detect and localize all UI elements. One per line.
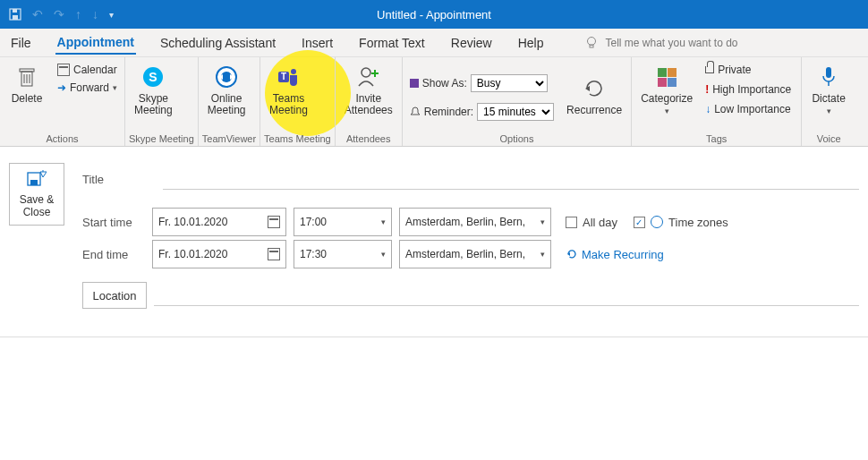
tab-format-text[interactable]: Format Text bbox=[357, 32, 427, 54]
group-voice: Dictate▾ Voice bbox=[802, 57, 855, 146]
delete-button[interactable]: Delete bbox=[4, 59, 50, 108]
globe-icon bbox=[651, 216, 663, 228]
forward-button[interactable]: ➜ Forward ▾ bbox=[55, 81, 119, 95]
show-as-label: Show As: bbox=[422, 77, 467, 89]
qat-customize-icon[interactable]: ▾ bbox=[109, 10, 114, 20]
group-label-teamviewer: TeamViewer bbox=[202, 132, 256, 146]
title-input[interactable] bbox=[163, 168, 859, 190]
make-recurring-button[interactable]: Make Recurring bbox=[566, 248, 664, 261]
tab-help[interactable]: Help bbox=[516, 32, 546, 54]
teams-label: Teams Meeting bbox=[269, 93, 308, 116]
save-close-label: Save & Close bbox=[20, 193, 55, 218]
invite-attendees-button[interactable]: Invite Attendees bbox=[339, 59, 398, 120]
undo-icon[interactable]: ↶ bbox=[32, 7, 43, 21]
microphone-icon bbox=[820, 63, 838, 91]
categorize-label: Categorize bbox=[641, 92, 693, 105]
group-options: Show As: Busy Reminder: 15 minutes bbox=[403, 57, 632, 146]
window-title: Untitled - Appointment bbox=[0, 8, 868, 21]
svg-rect-4 bbox=[590, 45, 593, 47]
tab-insert[interactable]: Insert bbox=[300, 32, 335, 54]
recurrence-label: Recurrence bbox=[566, 105, 622, 116]
group-skype-meeting: S Skype Meeting Skype Meeting bbox=[125, 57, 199, 146]
next-item-icon[interactable]: ↓ bbox=[92, 7, 98, 21]
tab-appointment[interactable]: Appointment bbox=[55, 31, 136, 55]
recurrence-small-icon bbox=[566, 248, 578, 260]
tell-me-search[interactable]: Tell me what you want to do bbox=[585, 36, 737, 50]
teams-icon: T bbox=[276, 63, 301, 91]
all-day-checkbox[interactable] bbox=[566, 217, 577, 228]
svg-text:T: T bbox=[281, 72, 286, 81]
start-timezone-picker[interactable]: Amsterdam, Berlin, Bern, ▾ bbox=[399, 208, 551, 236]
group-teams-meeting: T Teams Meeting Teams Meeting bbox=[260, 57, 336, 146]
recurrence-button[interactable]: Recurrence bbox=[561, 71, 627, 120]
tell-me-placeholder: Tell me what you want to do bbox=[605, 37, 737, 49]
tab-review[interactable]: Review bbox=[449, 32, 494, 54]
recurrence-icon bbox=[583, 74, 606, 103]
svg-rect-23 bbox=[826, 67, 831, 78]
end-timezone-picker[interactable]: Amsterdam, Berlin, Bern, ▾ bbox=[399, 240, 551, 268]
show-as-swatch-icon bbox=[410, 79, 419, 88]
private-button[interactable]: Private bbox=[703, 63, 793, 77]
forward-label: Forward bbox=[70, 81, 109, 94]
make-recurring-label: Make Recurring bbox=[582, 248, 664, 261]
appointment-form: Save & Close Title Start time Fr. 10.01.… bbox=[0, 147, 868, 328]
chevron-down-icon: ▾ bbox=[113, 83, 117, 92]
online-meeting-button[interactable]: Online Meeting bbox=[202, 59, 251, 120]
reminder-label: Reminder: bbox=[424, 106, 473, 118]
tab-scheduling-assistant[interactable]: Scheduling Assistant bbox=[158, 32, 277, 54]
svg-point-18 bbox=[291, 69, 296, 74]
start-date-value: Fr. 10.01.2020 bbox=[158, 216, 227, 228]
reminder-select[interactable]: 15 minutes bbox=[477, 103, 554, 121]
end-time-value: 17:30 bbox=[300, 248, 327, 260]
tab-file[interactable]: File bbox=[9, 32, 33, 54]
chevron-down-icon: ▾ bbox=[540, 217, 545, 226]
svg-rect-2 bbox=[13, 9, 17, 13]
invite-label: Invite Attendees bbox=[345, 93, 393, 116]
categorize-icon bbox=[658, 63, 677, 91]
high-importance-label: High Importance bbox=[712, 83, 791, 96]
end-time-picker[interactable]: 17:30 ▾ bbox=[294, 240, 392, 268]
calendar-button[interactable]: Calendar bbox=[55, 63, 119, 77]
high-importance-button[interactable]: ! High Importance bbox=[703, 82, 793, 97]
location-button[interactable]: Location bbox=[82, 282, 147, 309]
show-as-select[interactable]: Busy bbox=[471, 74, 548, 92]
online-meeting-label: Online Meeting bbox=[208, 93, 246, 116]
timezones-checkbox[interactable] bbox=[634, 217, 645, 228]
group-label-actions: Actions bbox=[4, 132, 121, 146]
private-label: Private bbox=[718, 64, 751, 76]
skype-icon: S bbox=[140, 63, 166, 91]
title-label: Title bbox=[82, 173, 145, 186]
calendar-icon bbox=[268, 216, 280, 228]
group-label-options: Options bbox=[406, 132, 627, 146]
group-label-voice: Voice bbox=[805, 132, 852, 146]
skype-meeting-button[interactable]: S Skype Meeting bbox=[129, 59, 178, 120]
end-date-value: Fr. 10.01.2020 bbox=[158, 248, 227, 260]
ribbon-tabs: File Appointment Scheduling Assistant In… bbox=[0, 29, 868, 57]
location-input[interactable] bbox=[154, 285, 859, 306]
start-date-picker[interactable]: Fr. 10.01.2020 bbox=[152, 208, 286, 236]
prev-item-icon[interactable]: ↑ bbox=[75, 7, 81, 21]
dictate-button[interactable]: Dictate▾ bbox=[805, 59, 852, 121]
start-time-picker[interactable]: 17:00 ▾ bbox=[294, 208, 392, 236]
save-icon[interactable] bbox=[9, 8, 21, 21]
categorize-button[interactable]: Categorize▾ bbox=[635, 59, 698, 121]
group-label-teams: Teams Meeting bbox=[264, 132, 331, 146]
quick-access-toolbar: ↶ ↷ ↑ ↓ ▾ bbox=[0, 7, 114, 21]
chevron-down-icon: ▾ bbox=[540, 250, 545, 259]
teamviewer-icon bbox=[214, 63, 239, 91]
start-timezone-value: Amsterdam, Berlin, Bern, bbox=[405, 216, 525, 228]
skype-label: Skype Meeting bbox=[134, 93, 173, 116]
chevron-down-icon: ▾ bbox=[665, 106, 669, 115]
svg-rect-1 bbox=[13, 15, 18, 20]
group-label-tags: Tags bbox=[635, 132, 797, 146]
calendar-label: Calendar bbox=[73, 64, 117, 76]
title-bar: ↶ ↷ ↑ ↓ ▾ Untitled - Appointment bbox=[0, 0, 868, 29]
end-date-picker[interactable]: Fr. 10.01.2020 bbox=[152, 240, 286, 268]
svg-rect-9 bbox=[20, 69, 34, 72]
all-day-label: All day bbox=[583, 216, 617, 229]
save-close-button[interactable]: Save & Close bbox=[9, 163, 64, 226]
low-importance-button[interactable]: ↓ Low Importance bbox=[703, 102, 793, 116]
teams-meeting-button[interactable]: T Teams Meeting bbox=[264, 59, 313, 120]
redo-icon[interactable]: ↷ bbox=[54, 7, 64, 21]
timezones-label: Time zones bbox=[668, 216, 728, 229]
